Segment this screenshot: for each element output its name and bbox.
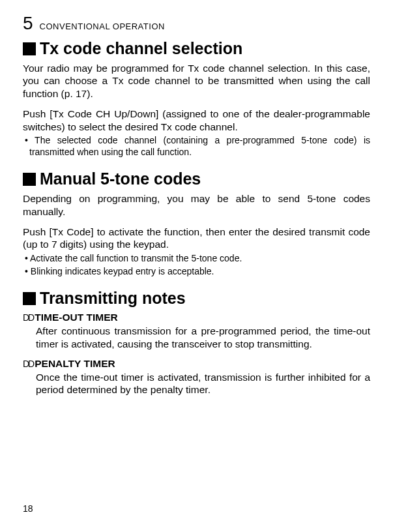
section-heading: Tx code channel selection	[23, 39, 370, 58]
section-title: Tx code channel selection	[40, 39, 242, 58]
page-header: 5 CONVENTIONAL OPERATION	[23, 13, 370, 34]
body-paragraph: Push [Tx Code CH Up/Down] (assigned to o…	[23, 108, 370, 133]
page-number: 18	[23, 503, 33, 514]
chapter-number: 5	[23, 13, 33, 34]
sub-body: After continuous transmission for a pre-…	[36, 325, 370, 350]
section-heading: Transmitting notes	[23, 289, 370, 308]
square-bullet-icon	[23, 292, 36, 305]
body-paragraph: Push [Tx Code] to activate the function,…	[23, 226, 370, 251]
body-paragraph: Depending on programming, you may be abl…	[23, 192, 370, 218]
chapter-title: CONVENTIONAL OPERATION	[40, 22, 165, 31]
diamond-marker-icon: DD	[23, 312, 33, 323]
sub-title: TIME-OUT TIMER	[35, 312, 117, 323]
square-bullet-icon	[23, 42, 36, 55]
section-title: Transmitting notes	[40, 289, 186, 308]
sub-heading: DD TIME-OUT TIMER	[23, 312, 370, 323]
square-bullet-icon	[23, 173, 36, 186]
sub-heading: DD PENALTY TIMER	[23, 358, 370, 370]
section-title: Manual 5-tone codes	[40, 170, 201, 188]
section-transmitting-notes: Transmitting notes DD TIME-OUT TIMER Aft…	[23, 289, 370, 396]
body-paragraph: Your radio may be programmed for Tx code…	[23, 62, 370, 100]
sub-title: PENALTY TIMER	[35, 358, 115, 370]
sub-body: Once the time-out timer is activated, tr…	[36, 371, 370, 396]
bullet-item: • The selected code channel (containing …	[23, 134, 370, 158]
section-heading: Manual 5-tone codes	[23, 170, 370, 188]
bullet-item: • Activate the call function to transmit…	[23, 252, 370, 264]
bullet-item: • Blinking indicates keypad entry is acc…	[23, 265, 370, 277]
section-manual-5tone: Manual 5-tone codes Depending on program…	[23, 170, 370, 277]
diamond-marker-icon: DD	[23, 359, 33, 369]
section-tx-code: Tx code channel selection Your radio may…	[23, 39, 370, 158]
